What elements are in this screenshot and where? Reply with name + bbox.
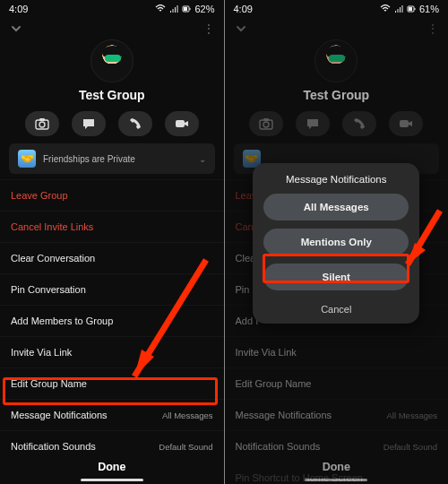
- group-title: Test Group: [0, 88, 224, 102]
- menu-message-notifications: Message NotificationsAll Messages: [225, 399, 449, 430]
- menu-edit-group-name[interactable]: Edit Group Name: [0, 367, 224, 399]
- modal-option-all[interactable]: All Messages: [263, 194, 409, 220]
- group-header: Test Group: [225, 39, 449, 102]
- svg-point-13: [263, 122, 269, 127]
- status-bar: 4:09 62%: [0, 0, 224, 16]
- status-time: 4:09: [9, 4, 28, 14]
- call-button[interactable]: [118, 111, 152, 136]
- more-icon[interactable]: ⋮: [202, 22, 215, 36]
- video-button: [389, 111, 423, 136]
- signal-icon: [169, 4, 178, 13]
- action-row: [0, 111, 224, 136]
- phone-right: 4:09 61% ⋮ Test Group 🤝: [225, 0, 449, 484]
- menu-list: Leave Group Cancel Invite Links Clear Co…: [0, 179, 224, 484]
- done-button: Done: [225, 450, 449, 484]
- notifications-modal: Message Notifications All Messages Menti…: [253, 163, 419, 324]
- status-right: 61%: [380, 4, 439, 14]
- video-button[interactable]: [165, 111, 199, 136]
- wifi-icon: [155, 4, 166, 13]
- signal-icon: [394, 4, 403, 13]
- group-header: Test Group: [0, 39, 224, 102]
- wifi-icon: [380, 4, 391, 13]
- menu-pin-conversation[interactable]: Pin Conversation: [0, 273, 224, 305]
- svg-rect-1: [190, 8, 191, 10]
- more-icon[interactable]: ⋮: [426, 22, 439, 36]
- svg-rect-14: [263, 118, 269, 121]
- done-button[interactable]: Done: [0, 450, 224, 484]
- svg-rect-15: [400, 120, 409, 127]
- svg-point-4: [39, 122, 45, 127]
- svg-rect-11: [409, 7, 412, 11]
- modal-option-silent[interactable]: Silent: [263, 264, 409, 290]
- call-button: [342, 111, 376, 136]
- menu-clear-conversation[interactable]: Clear Conversation: [0, 242, 224, 273]
- chevron-down-icon: ⌄: [199, 154, 206, 164]
- menu-leave-group[interactable]: Leave Group: [0, 179, 224, 211]
- svg-rect-10: [414, 8, 415, 10]
- private-text: Friendships are Private: [43, 154, 135, 164]
- status-battery: 61%: [419, 4, 439, 14]
- header-row: ⋮: [225, 16, 449, 38]
- status-battery: 62%: [194, 4, 214, 14]
- chat-button[interactable]: [72, 111, 106, 136]
- status-right: 62%: [155, 4, 214, 14]
- svg-rect-6: [176, 120, 185, 127]
- svg-rect-5: [39, 118, 45, 121]
- modal-title: Message Notifications: [263, 174, 409, 185]
- camera-button[interactable]: [25, 111, 59, 136]
- menu-message-notifications[interactable]: Message NotificationsAll Messages: [0, 399, 224, 430]
- camera-button: [249, 111, 283, 136]
- group-avatar: [314, 39, 358, 82]
- home-indicator: [305, 479, 367, 481]
- collapse-icon[interactable]: [234, 22, 248, 36]
- menu-add-members[interactable]: Add Members to Group: [0, 305, 224, 336]
- group-title: Test Group: [225, 88, 449, 102]
- status-time: 4:09: [234, 4, 253, 14]
- menu-invite-via-link[interactable]: Invite Via Link: [0, 336, 224, 367]
- battery-icon: [182, 4, 191, 13]
- chat-button: [296, 111, 330, 136]
- svg-rect-2: [184, 7, 187, 11]
- battery-icon: [407, 4, 416, 13]
- menu-edit-group-name: Edit Group Name: [225, 367, 449, 399]
- header-row: ⋮: [0, 16, 224, 38]
- status-bar: 4:09 61%: [225, 0, 449, 16]
- collapse-icon[interactable]: [9, 22, 23, 36]
- action-row: [225, 111, 449, 136]
- private-card[interactable]: 🤝 Friendships are Private ⌄: [9, 143, 215, 174]
- menu-cancel-invite-links[interactable]: Cancel Invite Links: [0, 211, 224, 242]
- group-avatar[interactable]: [90, 39, 134, 82]
- menu-invite-via-link: Invite Via Link: [225, 336, 449, 367]
- modal-option-mentions[interactable]: Mentions Only: [263, 229, 409, 255]
- phone-left: 4:09 62% ⋮ Test Group 🤝: [0, 0, 224, 484]
- home-indicator: [81, 479, 143, 481]
- handshake-icon: 🤝: [18, 150, 36, 168]
- modal-cancel[interactable]: Cancel: [263, 298, 409, 316]
